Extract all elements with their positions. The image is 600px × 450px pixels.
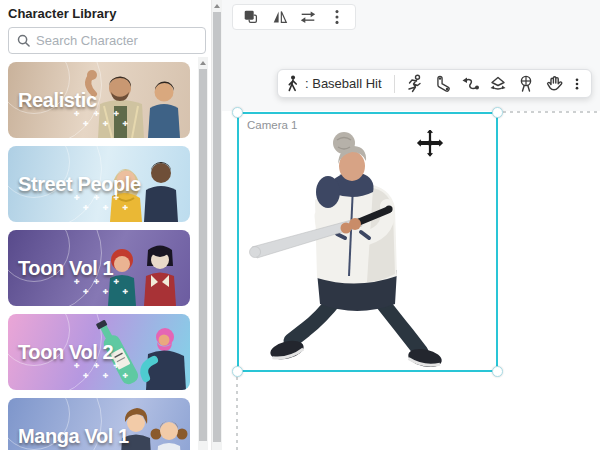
hand-drag-button[interactable] [542,72,567,96]
motion-path-icon [460,74,480,94]
scrollbar-thumb[interactable] [199,69,207,441]
character-library-panel: Character Library [0,0,222,450]
stage-boundary-dash-vertical [236,377,238,450]
object-toolbar [232,4,356,30]
character-list-scrollbar[interactable] [198,57,208,450]
animation-toolbar: : Baseball Hit [277,69,592,98]
character-pack-card-realistic[interactable]: Realistic ✚ ✚ ✚✚ ✚ ✚ [8,62,190,138]
duplicate-icon [242,8,260,26]
swap-icon [299,8,317,26]
resize-handle-bottom-left[interactable] [232,366,243,377]
character-pack-card-manga-vol-1[interactable]: Manga Vol 1 [8,398,190,450]
scroll-up-icon[interactable] [200,61,206,65]
character-pack-card-toon-vol-2[interactable]: Toon Vol 2 ✚ ✚ ✚✚ ✚ ✚ [8,314,190,390]
panel-title: Character Library [8,6,116,21]
stage-canvas[interactable]: : Baseball Hit [222,0,600,450]
hand-drag-icon [544,74,564,94]
app-window: Character Library [0,0,600,450]
toolbar-divider [394,75,395,93]
current-animation-label: : Baseball Hit [305,76,382,91]
character-pack-list: Realistic ✚ ✚ ✚✚ ✚ ✚ Street People ✚ ✚ ✚… [0,60,198,450]
character-rig-icon [516,74,536,94]
toon-vol2-pack-art [8,314,190,390]
scrollbar-thumb[interactable] [213,12,221,442]
running-pose-icon [404,74,424,94]
turnaround-button[interactable] [486,72,511,96]
turnaround-icon [488,74,508,94]
manga-vol1-pack-art [8,398,190,450]
more-options-button[interactable] [570,72,584,96]
character-pack-card-toon-vol-1[interactable]: Toon Vol 1 ✚ ✚ ✚✚ ✚ ✚ [8,230,190,306]
limb-ik-icon [432,74,452,94]
search-input[interactable] [36,33,197,48]
street-people-pack-art [8,146,190,222]
walking-person-icon [285,75,300,92]
running-pose-button[interactable] [402,72,427,96]
flip-horizontal-button[interactable] [270,7,290,27]
resize-handle-bottom-right[interactable] [492,366,503,377]
character-pack-card-street-people[interactable]: Street People ✚ ✚ ✚✚ ✚ ✚ [8,146,190,222]
resize-handle-top-right[interactable] [492,107,503,118]
more-icon [328,8,346,26]
limb-ik-button[interactable] [430,72,455,96]
duplicate-button[interactable] [241,7,261,27]
character-baseball-hitter[interactable] [245,126,470,376]
scroll-up-icon[interactable] [214,4,220,8]
realistic-pack-art [8,62,190,138]
panel-scrollbar[interactable] [211,0,222,450]
stage-boundary-dash-horizontal [503,111,600,113]
move-cursor-icon [414,127,446,159]
search-icon [17,34,30,47]
search-box [8,27,206,54]
motion-path-button[interactable] [458,72,483,96]
more-options-button[interactable] [327,7,347,27]
swap-button[interactable] [298,7,318,27]
toon-vol1-pack-art [8,230,190,306]
character-rig-button[interactable] [514,72,539,96]
more-icon [570,75,584,93]
flip-horizontal-icon [271,8,289,26]
resize-handle-top-left[interactable] [232,107,243,118]
